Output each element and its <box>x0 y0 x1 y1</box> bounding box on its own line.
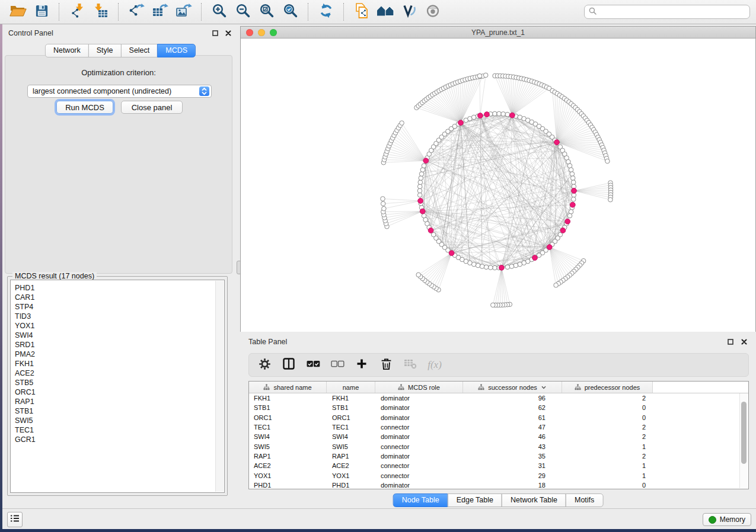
network-node[interactable] <box>480 264 484 269</box>
tab-network-table[interactable]: Network Table <box>502 493 566 507</box>
close-panel-icon[interactable] <box>224 29 232 37</box>
network-node[interactable] <box>608 197 613 202</box>
search-box[interactable] <box>584 5 750 19</box>
table-row[interactable]: ORC1ORC1dominator610 <box>249 413 748 422</box>
close-panel-icon[interactable] <box>740 338 748 346</box>
memory-button[interactable]: Memory <box>703 513 751 526</box>
network-node[interactable] <box>416 273 421 277</box>
table-row[interactable]: ACE2ACE2connector311 <box>249 461 748 470</box>
network-node[interactable] <box>567 213 572 218</box>
zoom-selected-region-button[interactable] <box>279 2 302 22</box>
mcds-result-item[interactable]: ORC1 <box>11 387 215 397</box>
network-node[interactable] <box>418 180 423 185</box>
network-node[interactable] <box>509 264 514 269</box>
export-network-button[interactable] <box>125 2 148 22</box>
network-node[interactable] <box>476 263 480 268</box>
table-scrollbar[interactable] <box>739 393 748 488</box>
hide-graphics-details-button[interactable] <box>421 2 445 22</box>
network-node[interactable] <box>491 303 496 307</box>
mcds-result-item[interactable]: STP4 <box>11 302 215 312</box>
mcds-result-item[interactable]: SWI4 <box>11 331 215 340</box>
zoom-fit-content-button[interactable] <box>255 2 279 22</box>
network-node[interactable] <box>417 193 422 197</box>
network-node[interactable] <box>419 176 423 181</box>
network-graph[interactable] <box>241 39 755 332</box>
mcds-hub-node[interactable] <box>423 158 429 164</box>
network-node[interactable] <box>570 172 575 177</box>
mcds-list-scrollbar[interactable] <box>215 281 224 492</box>
mcds-result-item[interactable]: RAP1 <box>11 397 215 406</box>
mcds-hub-node[interactable] <box>510 113 515 118</box>
column-header-shared-name[interactable]: shared name <box>249 382 327 393</box>
deselect-all-rows-button[interactable] <box>330 358 344 372</box>
new-network-from-selection-button[interactable] <box>350 2 374 22</box>
apply-preferred-layout-button[interactable] <box>314 2 338 22</box>
search-input[interactable] <box>599 7 745 17</box>
network-node[interactable] <box>471 115 476 120</box>
table-row[interactable]: YOX1YOX1connector291 <box>249 470 748 480</box>
open-file-button[interactable] <box>6 2 30 22</box>
mcds-hub-node[interactable] <box>499 265 505 270</box>
mcds-result-item[interactable]: CAR1 <box>11 293 215 302</box>
network-node[interactable] <box>400 121 404 126</box>
network-node[interactable] <box>570 176 575 181</box>
network-node[interactable] <box>493 265 497 270</box>
optimization-criterion-select[interactable]: largest connected component (undirected) <box>27 85 212 98</box>
float-panel-icon[interactable] <box>211 29 219 37</box>
network-node[interactable] <box>483 73 488 78</box>
column-header-mcds-role[interactable]: MCDS role <box>375 382 463 393</box>
first-neighbors-button[interactable] <box>374 2 397 22</box>
network-node[interactable] <box>484 265 489 270</box>
network-node[interactable] <box>381 201 385 206</box>
mcds-hub-node[interactable] <box>572 188 577 194</box>
mcds-result-item[interactable]: FKH1 <box>11 359 215 368</box>
network-node[interactable] <box>571 197 576 202</box>
table-row[interactable]: FKH1FKH1dominator962 <box>249 393 748 403</box>
function-builder-button[interactable]: f(x) <box>428 358 442 372</box>
mcds-hub-node[interactable] <box>418 198 423 204</box>
network-node[interactable] <box>422 164 426 168</box>
network-node[interactable] <box>417 188 422 193</box>
table-settings-button[interactable] <box>257 358 272 372</box>
mcds-hub-node[interactable] <box>560 228 566 233</box>
mcds-hub-node[interactable] <box>570 202 575 207</box>
mcds-result-item[interactable]: TEC1 <box>11 425 215 435</box>
mcds-hub-node[interactable] <box>554 140 560 145</box>
table-row[interactable]: SWI4SWI4dominator462 <box>249 432 748 441</box>
tab-motifs[interactable]: Motifs <box>566 493 603 507</box>
tab-select[interactable]: Select <box>121 44 158 57</box>
mcds-hub-node[interactable] <box>547 245 552 250</box>
network-node[interactable] <box>501 112 506 117</box>
network-node[interactable] <box>422 213 426 218</box>
mcds-hub-node[interactable] <box>428 228 433 233</box>
add-column-button[interactable] <box>355 358 369 372</box>
delete-table-button[interactable] <box>403 358 417 372</box>
mcds-result-item[interactable]: SRD1 <box>11 340 215 350</box>
mcds-result-item[interactable]: STB5 <box>11 378 215 387</box>
table-scrollbar-thumb[interactable] <box>741 402 747 464</box>
mcds-result-item[interactable]: STB1 <box>11 406 215 416</box>
tab-network[interactable]: Network <box>45 44 89 57</box>
float-panel-icon[interactable] <box>726 338 735 346</box>
zoom-out-button[interactable] <box>231 2 255 22</box>
network-node[interactable] <box>493 111 497 116</box>
mcds-hub-node[interactable] <box>420 209 425 214</box>
close-panel-button[interactable]: Close panel <box>121 101 183 114</box>
table-row[interactable]: RAP1RAP1dominator352 <box>249 451 748 461</box>
mcds-result-item[interactable]: PHD1 <box>11 283 215 293</box>
network-node[interactable] <box>417 184 422 189</box>
tab-mcds[interactable]: MCDS <box>157 44 196 57</box>
run-mcds-button[interactable]: Run MCDS <box>56 101 113 114</box>
export-image-button[interactable] <box>172 2 196 22</box>
mcds-result-item[interactable]: SWI5 <box>11 416 215 425</box>
column-header-name[interactable]: name <box>327 382 375 393</box>
show-graphics-details-button[interactable] <box>397 2 421 22</box>
tab-node-table[interactable]: Node Table <box>393 493 448 507</box>
zoom-in-button[interactable] <box>208 2 231 22</box>
import-network-from-file-button[interactable] <box>65 2 89 22</box>
network-node[interactable] <box>419 172 424 177</box>
network-node[interactable] <box>381 197 385 201</box>
network-node[interactable] <box>489 265 493 270</box>
mcds-result-item[interactable]: GCR1 <box>11 435 215 444</box>
tab-edge-table[interactable]: Edge Table <box>448 493 502 507</box>
